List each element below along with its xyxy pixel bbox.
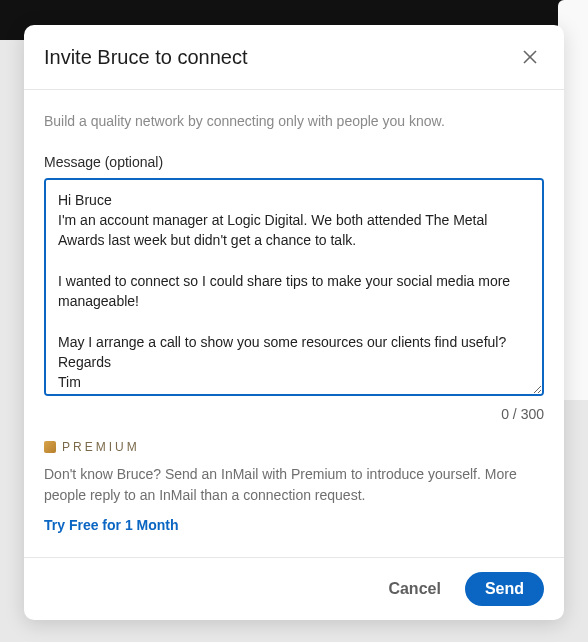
premium-description: Don't know Bruce? Send an InMail with Pr… <box>44 464 544 506</box>
premium-badge: PREMIUM <box>44 440 544 454</box>
close-button[interactable] <box>516 43 544 71</box>
message-label: Message (optional) <box>44 154 544 170</box>
modal-title: Invite Bruce to connect <box>44 46 247 69</box>
char-count: 0 / 300 <box>44 406 544 422</box>
send-button[interactable]: Send <box>465 572 544 606</box>
close-icon <box>520 47 540 67</box>
modal-header: Invite Bruce to connect <box>24 25 564 90</box>
premium-icon <box>44 441 56 453</box>
modal-footer: Cancel Send <box>24 557 564 620</box>
cancel-button[interactable]: Cancel <box>378 574 450 604</box>
invite-modal: Invite Bruce to connect Build a quality … <box>24 25 564 620</box>
premium-try-link[interactable]: Try Free for 1 Month <box>44 517 179 533</box>
premium-label-text: PREMIUM <box>62 440 140 454</box>
message-textarea[interactable] <box>44 178 544 396</box>
modal-body: Build a quality network by connecting on… <box>24 90 564 557</box>
modal-subtitle: Build a quality network by connecting on… <box>44 112 544 132</box>
premium-section: PREMIUM Don't know Bruce? Send an InMail… <box>44 440 544 534</box>
